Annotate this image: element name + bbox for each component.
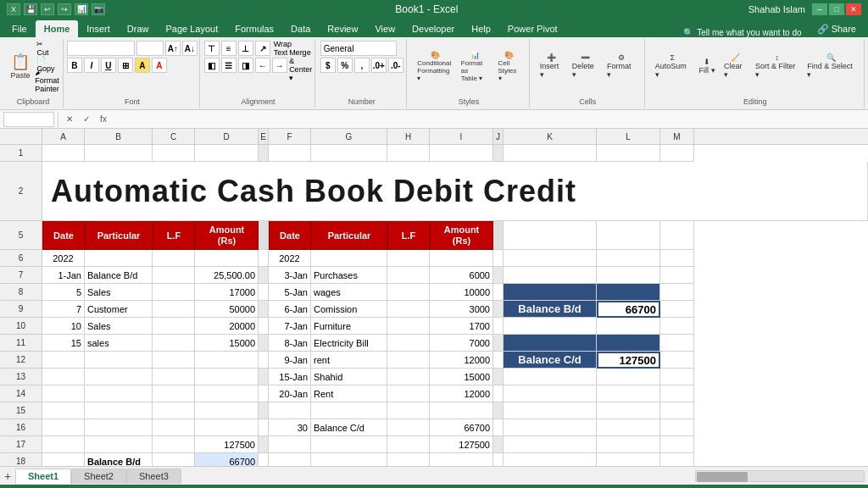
cell-k12[interactable]: Balance C/d	[504, 352, 597, 369]
cell-d13[interactable]	[195, 369, 259, 385]
bold-btn[interactable]: B	[67, 58, 82, 73]
cut-btn[interactable]: ✂ Cut	[35, 41, 58, 56]
cell-h6[interactable]	[387, 250, 430, 267]
cell-i7[interactable]: 6000	[430, 267, 493, 284]
quick-access-icon[interactable]: 📊	[75, 3, 88, 15]
cell-a6[interactable]: 2022	[42, 250, 85, 267]
cell-d12[interactable]	[195, 352, 259, 369]
italic-btn[interactable]: I	[84, 58, 99, 73]
format-as-table-btn[interactable]: 📊 Format asTable ▾	[458, 41, 493, 92]
col-header-m[interactable]: M	[660, 129, 694, 144]
indent-dec-btn[interactable]: ←	[255, 58, 270, 73]
tab-formulas[interactable]: Formulas	[226, 20, 282, 37]
align-center-btn[interactable]: ☰	[221, 58, 236, 73]
cell-k14[interactable]	[504, 385, 597, 402]
cell-c9[interactable]	[153, 301, 195, 318]
cell-j10[interactable]	[493, 318, 504, 335]
cell-b1[interactable]	[85, 145, 153, 162]
cell-f7[interactable]: 3-Jan	[269, 267, 311, 284]
cell-a9[interactable]: 7	[42, 301, 85, 318]
row-7[interactable]: 7	[0, 267, 42, 284]
cell-m8[interactable]	[660, 284, 694, 301]
cell-styles-btn[interactable]: 🎨 CellStyles ▾	[495, 41, 524, 92]
cell-e15[interactable]	[259, 402, 269, 419]
row-5[interactable]: 5	[0, 221, 42, 250]
cell-d6[interactable]	[195, 250, 259, 267]
insert-function-icon[interactable]: fx	[96, 112, 111, 127]
cell-i6[interactable]	[430, 250, 493, 267]
cell-k6[interactable]	[504, 250, 597, 267]
cell-c13[interactable]	[153, 369, 195, 385]
cell-d16[interactable]	[195, 419, 259, 436]
save-icon[interactable]: 💾	[24, 3, 37, 15]
cell-h8[interactable]	[387, 284, 430, 301]
cell-k9[interactable]: Balance B/d	[504, 301, 597, 318]
cell-b13[interactable]	[85, 369, 153, 385]
find-select-btn[interactable]: 🔍 Find & Select ▾	[804, 41, 859, 92]
col-header-f[interactable]: F	[269, 129, 311, 144]
cell-e12[interactable]	[259, 352, 269, 369]
cell-e9[interactable]	[259, 301, 269, 318]
cell-i9[interactable]: 3000	[430, 301, 493, 318]
tell-me-box[interactable]: Tell me what you want to do	[697, 28, 801, 37]
cell-j1[interactable]	[493, 145, 504, 162]
underline-btn[interactable]: U	[101, 58, 116, 73]
row-15[interactable]: 15	[0, 402, 42, 419]
cell-b12[interactable]	[85, 352, 153, 369]
cell-c17[interactable]	[153, 436, 195, 453]
cell-k13[interactable]	[504, 369, 597, 385]
cell-a12[interactable]	[42, 352, 85, 369]
col-header-g[interactable]: G	[311, 129, 387, 144]
cell-e8[interactable]	[259, 284, 269, 301]
cell-ref-input[interactable]: E18	[3, 112, 54, 127]
cell-b14[interactable]	[85, 385, 153, 402]
cell-f9[interactable]: 6-Jan	[269, 301, 311, 318]
paste-btn[interactable]: 📋 Paste	[7, 41, 33, 92]
cell-f6[interactable]: 2022	[269, 250, 311, 267]
cell-b15[interactable]	[85, 402, 153, 419]
cell-m18[interactable]	[660, 453, 694, 466]
cell-h9[interactable]	[387, 301, 430, 318]
row-2-4[interactable]: 2	[0, 162, 42, 221]
format-painter-btn[interactable]: 🖌 Format Painter	[35, 73, 58, 88]
col-header-a[interactable]: A	[42, 129, 85, 144]
cell-j18[interactable]	[493, 453, 504, 466]
cell-f11[interactable]: 8-Jan	[269, 335, 311, 352]
row-10[interactable]: 10	[0, 318, 42, 335]
cell-m1[interactable]	[660, 145, 694, 162]
cell-i16[interactable]: 66700	[430, 419, 493, 436]
close-btn[interactable]: ✕	[846, 3, 861, 15]
col-header-k[interactable]: K	[504, 129, 597, 144]
cell-g10[interactable]: Furniture	[311, 318, 387, 335]
col-header-c[interactable]: C	[153, 129, 195, 144]
cell-g16[interactable]: Balance C/d	[311, 419, 387, 436]
col-header-h[interactable]: H	[387, 129, 430, 144]
add-sheet-btn[interactable]: +	[0, 469, 15, 484]
cell-l10[interactable]	[597, 318, 660, 335]
cell-e1[interactable]	[259, 145, 269, 162]
cell-j9[interactable]	[493, 301, 504, 318]
cell-b7[interactable]: Balance B/d	[85, 267, 153, 284]
cell-g18[interactable]	[311, 453, 387, 466]
sheet-tab-1[interactable]: Sheet1	[15, 469, 71, 484]
sheet-tab-2[interactable]: Sheet2	[71, 469, 126, 484]
row-16[interactable]: 16	[0, 419, 42, 436]
col-header-l[interactable]: L	[597, 129, 660, 144]
cell-h12[interactable]	[387, 352, 430, 369]
cell-k16[interactable]	[504, 419, 597, 436]
cell-g7[interactable]: Purchases	[311, 267, 387, 284]
cell-m12[interactable]	[660, 352, 694, 369]
row-11[interactable]: 11	[0, 335, 42, 352]
cell-i14[interactable]: 12000	[430, 385, 493, 402]
cell-e11[interactable]	[259, 335, 269, 352]
cell-h7[interactable]	[387, 267, 430, 284]
cell-l9[interactable]: 66700	[597, 301, 660, 318]
cell-a17[interactable]	[42, 436, 85, 453]
cell-g9[interactable]: Comission	[311, 301, 387, 318]
cell-c15[interactable]	[153, 402, 195, 419]
cell-a13[interactable]	[42, 369, 85, 385]
autosum-btn[interactable]: Σ AutoSum ▾	[652, 41, 693, 92]
tab-draw[interactable]: Draw	[119, 20, 158, 37]
cell-k15[interactable]	[504, 402, 597, 419]
row-17[interactable]: 17	[0, 436, 42, 453]
